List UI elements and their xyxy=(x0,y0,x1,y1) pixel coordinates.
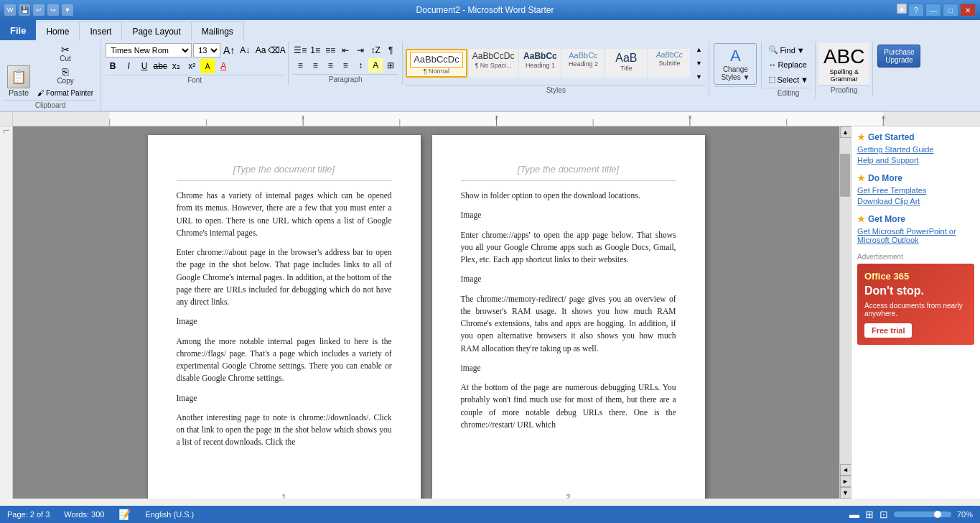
bullets-btn[interactable]: ☰≡ xyxy=(293,43,307,57)
replace-button[interactable]: ↔ Replace xyxy=(765,58,811,71)
scroll-track[interactable] xyxy=(840,138,851,464)
underline-button[interactable]: U xyxy=(137,59,151,73)
style-subtitle-preview: AaBbCc xyxy=(656,51,683,60)
purchase-upgrade-button[interactable]: PurchaseUpgrade xyxy=(877,45,920,68)
styles-up-btn[interactable]: ▲ xyxy=(691,43,706,56)
tab-page-layout[interactable]: Page Layout xyxy=(122,22,191,40)
paragraph-label: Paragraph xyxy=(293,74,398,83)
font-color-btn[interactable]: A xyxy=(216,59,230,73)
borders-btn[interactable]: ⊞ xyxy=(383,58,398,73)
help-btn[interactable]: ? xyxy=(908,4,924,17)
free-templates-link[interactable]: Get Free Templates xyxy=(857,186,974,195)
print-layout-btn[interactable]: ▬ xyxy=(849,509,859,520)
sort-btn[interactable]: ↕Z xyxy=(368,43,383,57)
get-more-star-icon: ★ xyxy=(857,214,865,224)
change-styles-button[interactable]: A ChangeStyles ▼ xyxy=(714,43,757,85)
tab-file[interactable]: File xyxy=(0,20,36,40)
scroll-right-btn[interactable]: ► xyxy=(840,476,851,487)
page2-para-2: Enter chrome://apps' to open the app pag… xyxy=(461,229,676,267)
page1-body[interactable]: Chrome has a variety of internal pages w… xyxy=(177,190,392,449)
show-para-btn[interactable]: ¶ xyxy=(383,43,398,57)
italic-button[interactable]: I xyxy=(121,59,136,73)
align-center-btn[interactable]: ≡ xyxy=(308,58,322,73)
page1-title[interactable]: [Type the document title] xyxy=(177,164,392,181)
tab-insert[interactable]: Insert xyxy=(80,22,122,40)
paste-button[interactable]: 📋 Paste xyxy=(4,64,33,98)
style-nospacing-btn[interactable]: AaBbCcDc ¶ No Spaci... xyxy=(469,49,518,78)
tab-mailings[interactable]: Mailings xyxy=(192,22,244,40)
strikethrough-button[interactable]: abc xyxy=(153,59,167,73)
bold-button[interactable]: B xyxy=(106,59,120,73)
powerpoint-outlook-link[interactable]: Get Microsoft PowerPoint or Microsoft Ou… xyxy=(857,227,974,244)
save-quick-btn[interactable]: 💾 xyxy=(19,4,30,16)
text-highlight-btn[interactable]: A xyxy=(200,59,215,73)
get-started-title: ★ Get Started xyxy=(857,132,974,142)
style-subtitle-btn[interactable]: AaBbCc Subtitle xyxy=(648,49,690,78)
styles-down-btn[interactable]: ▼ xyxy=(691,57,706,70)
superscript-button[interactable]: x² xyxy=(185,59,199,73)
increase-indent-btn[interactable]: ⇥ xyxy=(353,43,368,57)
find-button[interactable]: 🔍 Find ▼ xyxy=(765,43,811,57)
style-heading1-btn[interactable]: AaBbCc Heading 1 xyxy=(519,49,561,78)
font-size-select[interactable]: 13.5 xyxy=(193,43,220,57)
close-btn[interactable]: ✕ xyxy=(960,4,976,17)
subscript-button[interactable]: x₂ xyxy=(169,59,183,73)
styles-more-btn[interactable]: ▼ xyxy=(691,70,706,83)
language-status[interactable]: English (U.S.) xyxy=(145,510,194,519)
word-icon: W xyxy=(4,4,16,16)
minimize-btn[interactable]: — xyxy=(925,4,941,17)
copy-button[interactable]: ⎘ Copy xyxy=(34,65,96,86)
free-trial-button[interactable]: Free trial xyxy=(864,323,912,338)
line-spacing-btn[interactable]: ↕ xyxy=(353,58,368,73)
scroll-up-btn[interactable]: ▲ xyxy=(840,126,851,138)
vertical-scrollbar[interactable]: ▲ ◄ ► ▼ xyxy=(839,126,851,499)
undo-quick-btn[interactable]: ↩ xyxy=(33,4,45,16)
cut-button[interactable]: ✂ Cut xyxy=(34,43,96,64)
align-right-btn[interactable]: ≡ xyxy=(323,58,337,73)
web-layout-btn[interactable]: ⊡ xyxy=(879,509,888,520)
zoom-thumb[interactable] xyxy=(934,511,941,518)
change-styles-section-label xyxy=(714,86,757,88)
ribbon-collapse-btn[interactable]: ▲ xyxy=(897,4,907,14)
scroll-thumb[interactable] xyxy=(840,154,850,197)
increase-font-btn[interactable]: A↑ xyxy=(222,43,236,57)
style-heading2-btn[interactable]: AaBbCc Heading 2 xyxy=(562,49,604,78)
numbering-btn[interactable]: 1≡ xyxy=(308,43,322,57)
font-bottom-row: B I U abc x₂ x² A A xyxy=(106,59,284,73)
zoom-slider[interactable] xyxy=(894,512,951,517)
redo-quick-btn[interactable]: ↪ xyxy=(47,4,59,16)
clear-format-btn[interactable]: ⌫A xyxy=(269,43,284,57)
justify-btn[interactable]: ≡ xyxy=(338,58,353,73)
page1-image-0: Image xyxy=(177,315,392,328)
select-button[interactable]: ⬚ Select ▼ xyxy=(765,73,811,86)
full-screen-btn[interactable]: ⊞ xyxy=(865,509,874,520)
help-support-link[interactable]: Help and Support xyxy=(857,156,974,165)
clip-art-link[interactable]: Download Clip Art xyxy=(857,197,974,205)
style-nospacing-label: ¶ No Spaci... xyxy=(475,62,511,69)
style-title-btn[interactable]: AaB Title xyxy=(605,49,647,78)
page2-image-1: Image xyxy=(461,273,676,285)
spelling-button[interactable]: ABC Spelling &Grammar xyxy=(818,43,870,85)
multilevel-btn[interactable]: ≡≡ xyxy=(323,43,337,57)
page2-title[interactable]: [Type the document title] xyxy=(461,164,676,181)
change-case-btn[interactable]: Aa xyxy=(253,43,268,57)
customize-quick-btn[interactable]: ▼ xyxy=(62,4,73,16)
scroll-left-btn[interactable]: ◄ xyxy=(840,464,851,476)
maximize-btn[interactable]: □ xyxy=(943,4,958,17)
decrease-font-btn[interactable]: A↓ xyxy=(238,43,252,57)
decrease-indent-btn[interactable]: ⇤ xyxy=(338,43,353,57)
style-subtitle-label: Subtitle xyxy=(658,60,680,67)
align-left-btn[interactable]: ≡ xyxy=(293,58,307,73)
document-area[interactable]: [Type the document title] Chrome has a v… xyxy=(13,126,839,499)
font-content: Times New Rom 13.5 A↑ A↓ Aa ⌫A B I U abc… xyxy=(106,43,284,73)
format-painter-button[interactable]: 🖌 Format Painter xyxy=(34,88,96,98)
shading-btn[interactable]: A xyxy=(368,58,383,73)
page2-body[interactable]: Show in folder option to open the downlo… xyxy=(461,190,676,431)
status-right: ▬ ⊞ ⊡ 70% xyxy=(849,509,973,520)
style-normal-btn[interactable]: AaBbCcDc ¶ Normal xyxy=(406,49,467,78)
getting-started-guide-link[interactable]: Getting Started Guide xyxy=(857,145,974,154)
tab-home[interactable]: Home xyxy=(36,22,80,40)
font-name-select[interactable]: Times New Rom xyxy=(106,43,192,57)
svg-text:1: 1 xyxy=(302,114,305,121)
scroll-down-btn[interactable]: ▼ xyxy=(840,487,851,499)
